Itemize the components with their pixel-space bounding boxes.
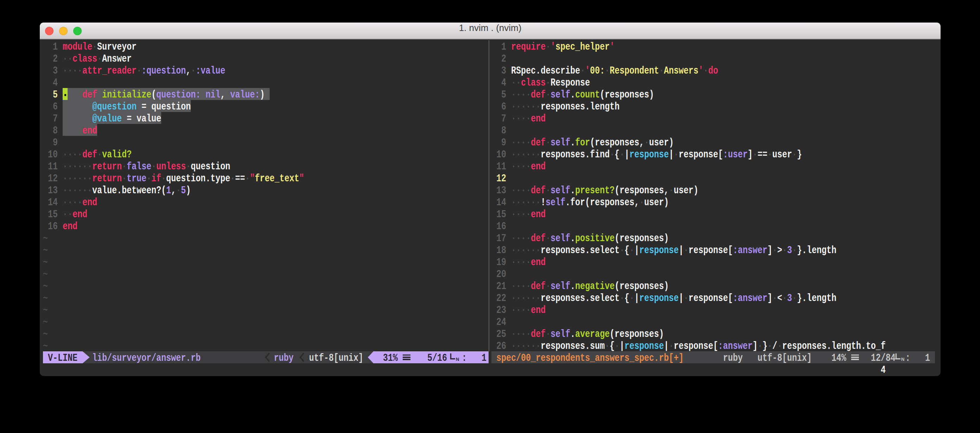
svg-text:N: N <box>456 357 459 362</box>
svg-text:N: N <box>901 357 904 362</box>
